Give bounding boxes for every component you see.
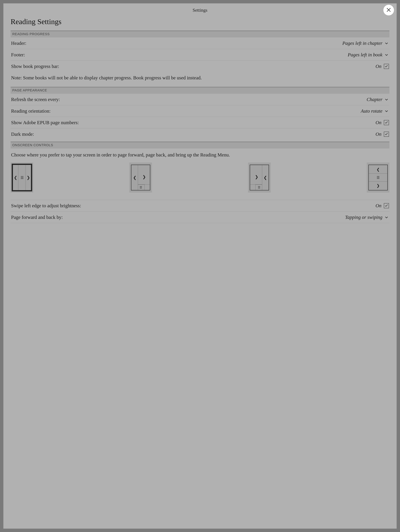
chevron-right-icon: ❯ bbox=[255, 174, 258, 179]
chevron-down-icon bbox=[384, 109, 389, 114]
orientation-value: Auto rotate bbox=[361, 108, 384, 114]
progress-bar-value: On bbox=[375, 63, 383, 69]
tap-layout-option-2[interactable]: ❮ ❯ ☰ bbox=[129, 163, 152, 193]
adobe-epub-value: On bbox=[375, 120, 383, 125]
progress-bar-row[interactable]: Show book progress bar: On bbox=[11, 61, 389, 72]
adobe-epub-row[interactable]: Show Adobe EPUB page numbers: On bbox=[11, 117, 389, 128]
chevron-down-icon bbox=[384, 97, 389, 102]
brightness-swipe-value: On bbox=[375, 203, 383, 209]
check-icon bbox=[385, 63, 388, 69]
chevron-left-icon: ❮ bbox=[376, 167, 380, 172]
dark-mode-label: Dark mode: bbox=[11, 131, 375, 137]
progress-note: Note: Some books will not be able to dis… bbox=[11, 72, 389, 87]
menu-icon: ☰ bbox=[258, 186, 260, 189]
header-row[interactable]: Header: Pages left in chapter bbox=[11, 38, 389, 49]
adobe-epub-checkbox[interactable] bbox=[384, 120, 389, 125]
paging-method-label: Page forward and back by: bbox=[11, 214, 345, 220]
close-icon bbox=[386, 7, 391, 13]
section-header-onscreen-controls: ONSCREEN CONTROLS bbox=[11, 142, 389, 148]
tap-layout-selector: ❮ ☰ ❯ ❮ ❯ ☰ bbox=[11, 162, 389, 200]
chevron-left-icon: ❮ bbox=[264, 175, 267, 180]
dark-mode-value: On bbox=[375, 131, 383, 137]
brightness-swipe-checkbox[interactable] bbox=[384, 203, 389, 208]
header-label: Header: bbox=[11, 40, 342, 46]
onscreen-controls-help: Choose where you prefer to tap your scre… bbox=[11, 148, 389, 162]
modal-title: Settings bbox=[3, 3, 397, 15]
refresh-value: Chapter bbox=[367, 97, 384, 102]
adobe-epub-label: Show Adobe EPUB page numbers: bbox=[11, 120, 375, 125]
tap-layout-option-4[interactable]: ❮ ☰ ❯ bbox=[367, 163, 389, 193]
orientation-label: Reading orientation: bbox=[11, 108, 361, 114]
progress-bar-checkbox[interactable] bbox=[384, 64, 389, 69]
footer-value: Pages left in book bbox=[348, 52, 384, 57]
footer-row[interactable]: Footer: Pages left in book bbox=[11, 49, 389, 61]
chevron-right-icon: ❯ bbox=[27, 175, 30, 180]
chevron-right-icon: ❯ bbox=[376, 183, 380, 188]
refresh-row[interactable]: Refresh the screen every: Chapter bbox=[11, 94, 389, 105]
menu-icon: ☰ bbox=[20, 176, 24, 180]
paging-method-row[interactable]: Page forward and back by: Tapping or swi… bbox=[11, 211, 389, 223]
brightness-swipe-row[interactable]: Swipe left edge to adjust brightness: On bbox=[11, 200, 389, 211]
tap-layout-option-1[interactable]: ❮ ☰ ❯ bbox=[11, 163, 33, 193]
dark-mode-checkbox[interactable] bbox=[384, 132, 389, 137]
header-value: Pages left in chapter bbox=[342, 40, 384, 46]
chevron-down-icon bbox=[384, 52, 389, 57]
menu-icon: ☰ bbox=[140, 186, 142, 189]
settings-panel: Settings Reading Settings READING PROGRE… bbox=[3, 3, 397, 529]
chevron-left-icon: ❮ bbox=[133, 175, 136, 180]
check-icon bbox=[385, 131, 388, 137]
page-title: Reading Settings bbox=[11, 15, 389, 31]
chevron-left-icon: ❮ bbox=[14, 175, 17, 180]
footer-label: Footer: bbox=[11, 52, 348, 57]
close-button[interactable] bbox=[383, 5, 394, 15]
section-header-page-appearance: PAGE APPEARANCE bbox=[11, 87, 389, 94]
check-icon bbox=[385, 203, 388, 209]
refresh-label: Refresh the screen every: bbox=[11, 97, 367, 102]
menu-icon: ☰ bbox=[377, 176, 380, 180]
orientation-row[interactable]: Reading orientation: Auto rotate bbox=[11, 105, 389, 117]
chevron-right-icon: ❯ bbox=[142, 174, 146, 179]
section-header-reading-progress: READING PROGRESS bbox=[11, 31, 389, 38]
tap-layout-option-3[interactable]: ❯ ❮ ☰ bbox=[248, 163, 271, 193]
brightness-swipe-label: Swipe left edge to adjust brightness: bbox=[11, 203, 375, 209]
progress-bar-label: Show book progress bar: bbox=[11, 63, 375, 69]
dark-mode-row[interactable]: Dark mode: On bbox=[11, 128, 389, 142]
check-icon bbox=[385, 120, 388, 125]
chevron-down-icon bbox=[384, 215, 389, 220]
chevron-down-icon bbox=[384, 41, 389, 46]
paging-method-value: Tapping or swiping bbox=[345, 214, 384, 220]
